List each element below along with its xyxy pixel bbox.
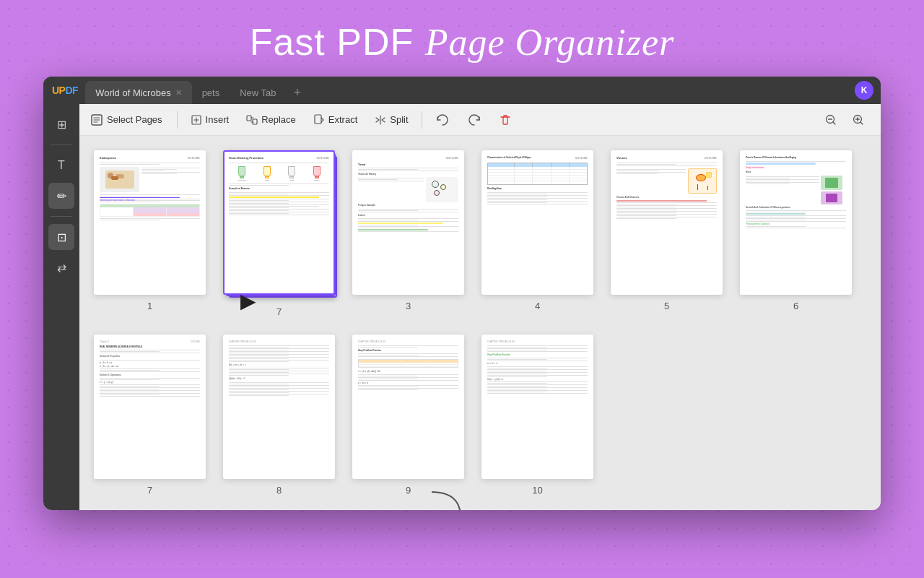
content-area: ⊞ T ✏ ⊡ ⇄ Select Pages (43, 104, 881, 510)
zoom-in-button[interactable] (847, 109, 869, 131)
rotate-right-button[interactable] (460, 109, 489, 131)
zoom-out-button[interactable] (820, 109, 842, 131)
tab-close-world-of-microbes[interactable]: ✕ (175, 89, 182, 97)
app-window: UPDF World of Microbes ✕ pets New Tab + … (43, 77, 881, 510)
split-label: Split (390, 114, 408, 125)
tab-world-of-microbes[interactable]: World of Microbes ✕ (85, 81, 192, 104)
user-avatar[interactable]: K (855, 81, 873, 100)
page-inner-8[interactable]: CHAPTER: PRECALCULUS (223, 335, 335, 479)
tab-new-tab-label: New Tab (240, 87, 276, 98)
sidebar-divider-1 (51, 144, 72, 145)
page-num-9: 9 (406, 485, 411, 496)
delete-button[interactable] (492, 110, 519, 130)
toolbar-right (820, 109, 869, 131)
zoom-in-icon (852, 113, 865, 126)
tab-pets[interactable]: pets (192, 81, 230, 104)
page-num-8: 8 (276, 485, 282, 496)
toolbar-divider-1 (177, 111, 178, 129)
header-title-script: Page Organizer (425, 22, 675, 63)
sidebar-icon-convert[interactable]: ⇄ (48, 254, 74, 280)
select-pages-area: Select Pages (91, 114, 162, 126)
page-thumb-10[interactable]: CHAPTER: PRECALCULUS Stop Problem Practi… (481, 335, 593, 496)
rotate-right-icon (467, 113, 481, 127)
split-icon (375, 114, 386, 126)
page-num-4: 4 (535, 301, 540, 311)
replace-label: Replace (261, 114, 296, 125)
svg-rect-4 (315, 115, 321, 124)
tabs-area: World of Microbes ✕ pets New Tab + (85, 77, 855, 104)
page-thumb-1[interactable]: Endospores OUTLINE (94, 150, 206, 317)
page-inner-9[interactable]: CHAPTER: PRECALCULUS Stop Problem Practi… (352, 335, 464, 479)
page-num-10: 10 (532, 485, 542, 496)
svg-rect-2 (247, 116, 251, 121)
replace-button[interactable]: Replace (239, 111, 303, 129)
page-inner-10[interactable]: CHAPTER: PRECALCULUS Stop Problem Practi… (481, 335, 593, 479)
sidebar-icon-annotation[interactable]: ✏ (48, 183, 74, 209)
page-num-7: 7 (147, 485, 152, 496)
toolbar: Select Pages Insert Replac (79, 104, 881, 136)
header-title-fast: Fast PDF (250, 21, 425, 63)
page-inner-7[interactable]: Chapter 1 OUTLINE REAL NUMBERS ALGEBRA E… (94, 335, 206, 479)
page-num-1: 1 (147, 301, 152, 311)
page-num-3: 3 (406, 301, 411, 311)
page-thumb-4[interactable]: Characteristics of Selected Phyla Of Alg… (481, 150, 593, 317)
page-num-2: 7 (276, 306, 282, 317)
page-inner-6[interactable]: Prion's Disease Of Human Inheritance And… (740, 150, 852, 295)
toolbar-divider-2 (422, 111, 422, 129)
redirect-arrow (424, 488, 468, 510)
extract-button[interactable]: Extract (306, 111, 365, 129)
tab-new-tab[interactable]: New Tab (230, 81, 286, 104)
page-num-5: 5 (664, 301, 669, 311)
page-inner-1[interactable]: Endospores OUTLINE (94, 150, 206, 295)
zoom-out-icon (824, 113, 837, 126)
tab-pets-label: pets (202, 87, 220, 98)
page-inner-4[interactable]: Characteristics of Selected Phyla Of Alg… (481, 150, 593, 295)
page-thumb-9[interactable]: CHAPTER: PRECALCULUS Stop Problem Practi… (352, 335, 464, 496)
split-button[interactable]: Split (367, 111, 415, 129)
sidebar-icon-organize[interactable]: ⊡ (48, 224, 74, 250)
select-pages-label: Select Pages (107, 114, 162, 125)
replace-icon (246, 114, 258, 126)
page-inner-5[interactable]: Viruses OUTLINE (611, 150, 723, 295)
insert-button[interactable]: Insert (183, 111, 237, 129)
new-tab-icon: + (294, 85, 302, 100)
updf-logo: UPDF (52, 85, 78, 96)
pages-container[interactable]: Endospores OUTLINE (79, 136, 881, 510)
rotate-left-icon (435, 113, 450, 127)
new-tab-button[interactable]: + (287, 81, 309, 104)
sidebar-icon-text[interactable]: T (48, 152, 74, 178)
sidebar-icon-pages[interactable]: ⊞ (48, 111, 74, 137)
title-bar-right: K (855, 81, 881, 100)
select-pages-icon (91, 114, 103, 126)
page-header: Fast PDF Page Organizer (0, 0, 924, 77)
page-thumb-5[interactable]: Viruses OUTLINE (611, 150, 723, 317)
title-bar: UPDF World of Microbes ✕ pets New Tab + … (43, 77, 881, 104)
insert-label: Insert (206, 114, 230, 125)
rotate-buttons (428, 109, 489, 131)
page-thumb-6[interactable]: Prion's Disease Of Human Inheritance And… (740, 150, 852, 317)
extract-icon (313, 114, 325, 126)
page-thumb-2[interactable]: Gram Staining Procedure OUTLINE (223, 150, 335, 317)
sidebar: ⊞ T ✏ ⊡ ⇄ (43, 104, 79, 510)
delete-icon (499, 113, 512, 126)
tab-world-of-microbes-label: World of Microbes (95, 87, 171, 98)
sidebar-divider-2 (51, 216, 72, 217)
page-inner-3[interactable]: OUTLINE Yeast Yeast Life History (352, 150, 464, 295)
page-num-6: 6 (793, 301, 798, 311)
page-thumb-3[interactable]: OUTLINE Yeast Yeast Life History (352, 150, 464, 317)
rotate-left-button[interactable] (428, 109, 457, 131)
extract-label: Extract (328, 114, 357, 125)
page-thumb-8[interactable]: CHAPTER: PRECALCULUS (223, 335, 335, 496)
page-thumb-7[interactable]: Chapter 1 OUTLINE REAL NUMBERS ALGEBRA E… (94, 335, 206, 496)
insert-icon (191, 114, 202, 126)
